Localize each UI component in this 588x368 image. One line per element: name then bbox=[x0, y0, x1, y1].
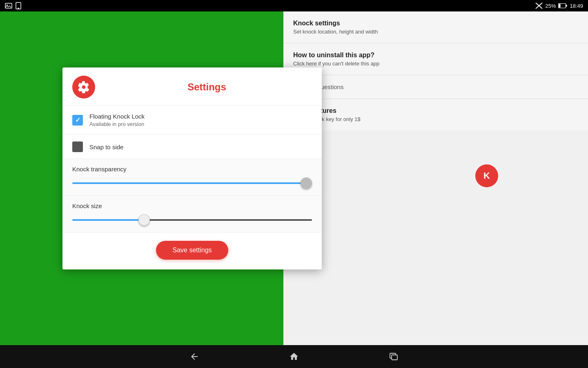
slider-track-dark-size bbox=[144, 219, 312, 221]
slider-thumb-transparency[interactable] bbox=[301, 177, 312, 189]
knock-settings-title: Knock settings bbox=[293, 20, 578, 27]
knock-size-section: Knock size bbox=[62, 196, 322, 233]
uninstall-item[interactable]: How to uninstall this app? Click here if… bbox=[283, 43, 588, 75]
knock-transparency-section: Knock transparency bbox=[62, 159, 322, 196]
checkbox-dark-unchecked[interactable] bbox=[72, 141, 83, 152]
dialog-body: Floating Knock Lock Available in pro ver… bbox=[62, 105, 322, 269]
knock-settings-item[interactable]: Knock settings Set knock location, heigh… bbox=[283, 11, 588, 43]
battery-percent: 25% bbox=[545, 3, 556, 9]
right-panel: Knock settings Set knock location, heigh… bbox=[283, 11, 588, 345]
knock-settings-subtitle: Set knock location, height and width bbox=[293, 29, 578, 35]
status-bar: 25% 18:49 bbox=[0, 0, 588, 11]
status-bar-left-icons bbox=[5, 2, 21, 9]
status-bar-right: 25% 18:49 bbox=[535, 2, 583, 9]
back-button[interactable] bbox=[185, 348, 203, 366]
slider-fill-size bbox=[72, 219, 144, 221]
knock-transparency-slider[interactable] bbox=[72, 177, 312, 189]
dialog-header: Settings bbox=[62, 67, 322, 105]
clock: 18:49 bbox=[570, 3, 583, 9]
snap-to-side-label: Snap to side bbox=[89, 143, 123, 151]
uninstall-title: How to uninstall this app? bbox=[293, 52, 578, 59]
back-icon bbox=[189, 352, 199, 361]
home-icon bbox=[289, 352, 299, 361]
tablet-icon bbox=[16, 2, 21, 9]
more-features-title: more features bbox=[293, 107, 578, 114]
snap-to-side-row[interactable]: Snap to side bbox=[62, 135, 322, 159]
k-avatar: K bbox=[475, 164, 498, 187]
svg-rect-10 bbox=[392, 355, 397, 360]
recent-icon bbox=[389, 352, 399, 361]
svg-point-1 bbox=[7, 4, 8, 6]
battery-icon bbox=[558, 3, 567, 8]
home-button[interactable] bbox=[285, 348, 303, 366]
more-features-item[interactable]: more features esrion unlock key for only… bbox=[283, 99, 588, 130]
svg-rect-8 bbox=[559, 4, 561, 8]
snap-to-side-checkbox[interactable] bbox=[72, 141, 83, 152]
floating-knock-lock-label: Floating Knock Lock Available in pro ver… bbox=[89, 112, 145, 128]
settings-dialog: Settings Floating Knock Lock Available i… bbox=[62, 67, 322, 269]
uninstall-subtitle: Click here if you can't delete this app bbox=[293, 61, 578, 67]
knock-size-label: Knock size bbox=[72, 202, 312, 209]
svg-rect-3 bbox=[18, 8, 19, 9]
floating-knock-lock-pro-label: Available in pro version bbox=[89, 121, 145, 128]
image-icon bbox=[5, 3, 12, 9]
faq-text: ly asked questions bbox=[293, 83, 578, 90]
more-features-subtitle: esrion unlock key for only 1$ bbox=[293, 116, 578, 122]
floating-knock-lock-checkbox[interactable] bbox=[72, 115, 83, 126]
nav-bar bbox=[0, 345, 588, 368]
save-settings-button[interactable]: Save settings bbox=[156, 241, 228, 260]
floating-knock-lock-main-label: Floating Knock Lock bbox=[89, 112, 145, 121]
slider-thumb-size[interactable] bbox=[138, 214, 150, 226]
slider-fill-transparency bbox=[72, 182, 304, 184]
recent-apps-button[interactable] bbox=[385, 348, 403, 366]
faq-item[interactable]: ly asked questions bbox=[283, 75, 588, 99]
gear-icon bbox=[78, 81, 90, 93]
knock-size-slider[interactable] bbox=[72, 214, 312, 226]
floating-knock-lock-row[interactable]: Floating Knock Lock Available in pro ver… bbox=[62, 105, 322, 135]
checkbox-blue-checked[interactable] bbox=[72, 115, 83, 126]
dialog-title: Settings bbox=[102, 81, 312, 93]
signal-x-icon bbox=[535, 2, 543, 9]
gear-icon-circle bbox=[72, 76, 95, 99]
knock-transparency-label: Knock transparency bbox=[72, 166, 312, 173]
svg-rect-7 bbox=[566, 5, 567, 7]
save-button-row: Save settings bbox=[62, 233, 322, 269]
